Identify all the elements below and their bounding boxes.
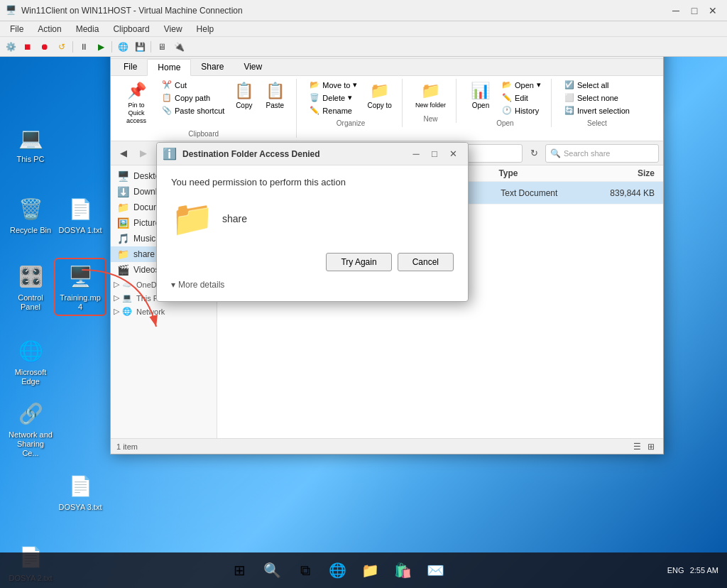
vm-window-controls: ─ □ ✕ xyxy=(667,4,721,18)
vm-menu-view[interactable]: View xyxy=(157,23,190,36)
vm-toolbar-monitor[interactable]: 🖥 xyxy=(154,39,170,55)
cancel-button[interactable]: Cancel xyxy=(398,253,454,271)
clock-time: 2:55 AM xyxy=(690,566,718,575)
ribbon-group-open: 📊 Open 📂 Open ▾ ✏️ Edit 🕐 Hist xyxy=(465,79,552,127)
invert-icon: 🔄 xyxy=(564,106,574,115)
organize-label: Organize xyxy=(337,119,366,127)
toolbar-separator-1 xyxy=(72,41,73,53)
open-buttons: 📊 Open 📂 Open ▾ ✏️ Edit 🕐 Hist xyxy=(465,79,545,116)
vm-maximize-button[interactable]: □ xyxy=(686,4,703,18)
search-taskbar-button[interactable]: 🔍 xyxy=(258,555,288,585)
vm-close-button[interactable]: ✕ xyxy=(704,4,721,18)
forward-button[interactable]: ▶ xyxy=(135,145,152,162)
vm-toolbar-usb[interactable]: 🔌 xyxy=(171,39,187,55)
new-label: New xyxy=(423,115,437,123)
select-none-button[interactable]: ⬜ Select none xyxy=(560,92,634,104)
copy-path-icon: 📋 xyxy=(162,93,172,102)
move-icon: 📂 xyxy=(310,80,319,89)
pin-to-quick-access-button[interactable]: 📌 Pin to Quick access xyxy=(116,79,156,127)
refresh-button[interactable]: ↻ xyxy=(525,145,542,162)
taskbar-edge[interactable]: 🌐 xyxy=(323,555,353,585)
rename-button[interactable]: ✏️ Rename xyxy=(305,104,361,116)
vm-toolbar-record[interactable]: ⏺ xyxy=(37,39,53,55)
delete-button[interactable]: 🗑️ Delete ▾ xyxy=(305,92,361,104)
desktop-icon-this-pc[interactable]: 💻This PC xyxy=(6,121,55,167)
taskbar-mail[interactable]: ✉️ xyxy=(421,555,451,585)
properties-button[interactable]: 📊 Open xyxy=(465,79,496,112)
search-box[interactable]: 🔍 Search share xyxy=(545,144,659,163)
nav-section-network[interactable]: ▷ 🌐 Network xyxy=(111,305,217,318)
history-button[interactable]: 🕐 History xyxy=(498,104,545,116)
vm-toolbar: ⚙️ ⏹ ⏺ ↺ ⏸ ▶ 🌐 💾 🖥 🔌 xyxy=(0,37,727,57)
vm-menu-action[interactable]: Action xyxy=(31,23,68,36)
taskbar-clock: 2:55 AM xyxy=(690,566,718,575)
onedrive-icon: ☁️ xyxy=(122,280,132,289)
ribbon-group-new: 📁 New folder New xyxy=(411,79,457,123)
back-button[interactable]: ◀ xyxy=(115,145,132,162)
details-view-button[interactable]: ⊞ xyxy=(645,440,657,453)
pin-label: Pin to Quick access xyxy=(121,102,152,124)
open-button[interactable]: 📂 Open ▾ xyxy=(498,79,545,91)
taskbar-store[interactable]: 🛍️ xyxy=(388,555,418,585)
paste-button[interactable]: 📋 Paste xyxy=(259,79,290,112)
vm-menu-clipboard[interactable]: Clipboard xyxy=(106,23,156,36)
pin-icon: 📌 xyxy=(127,82,146,100)
more-details-toggle[interactable]: ▾ More details xyxy=(171,280,454,290)
taskbar-center: ⊞ 🔍 ⧉ 🌐 📁 🛍️ ✉️ xyxy=(225,555,451,585)
copy-path-button[interactable]: 📋 Copy path xyxy=(158,92,229,104)
new-folder-button[interactable]: 📁 New folder xyxy=(411,79,450,112)
dialog-action-buttons: Try Again Cancel xyxy=(171,253,454,271)
scissors-icon: ✂️ xyxy=(162,80,172,89)
clipboard-buttons: 📌 Pin to Quick access ✂️ Cut 📋 Copy path… xyxy=(116,79,290,127)
vm-toolbar-stop[interactable]: ⏹ xyxy=(20,39,35,55)
vm-toolbar-revert[interactable]: ↺ xyxy=(54,39,70,55)
dialog-maximize-button[interactable]: □ xyxy=(425,145,444,163)
organize-col: 📂 Move to ▾ 🗑️ Delete ▾ ✏️ Rename xyxy=(305,79,361,116)
select-all-icon: ☑️ xyxy=(564,80,574,89)
select-all-button[interactable]: ☑️ Select all xyxy=(560,79,634,91)
vm-toolbar-pause[interactable]: ⏸ xyxy=(76,39,92,55)
copy-to-button[interactable]: 📁 Copy to xyxy=(363,79,395,112)
cut-button[interactable]: ✂️ Cut xyxy=(158,79,229,91)
desktop-icon-edge[interactable]: 🌐Microsoft Edge xyxy=(6,334,55,389)
dialog-minimize-button[interactable]: ─ xyxy=(407,145,425,163)
new-folder-icon: 📁 xyxy=(421,82,440,100)
desktop-icon-training-mp4[interactable]: 🖥️Training.mp4 xyxy=(55,259,105,315)
start-button[interactable]: ⊞ xyxy=(225,555,255,585)
vm-menu-file[interactable]: File xyxy=(3,23,31,36)
vm-menubar: File Action Media Clipboard View Help xyxy=(0,21,727,37)
taskbar-explorer[interactable]: 📁 xyxy=(356,555,386,585)
vm-menu-help[interactable]: Help xyxy=(190,23,222,36)
toolbar-separator-3 xyxy=(151,41,151,53)
desktop-icon-dosya1[interactable]: 📄DOSYA 1.txt xyxy=(55,192,105,238)
try-again-button[interactable]: Try Again xyxy=(326,253,391,271)
tab-view[interactable]: View xyxy=(234,59,272,75)
paste-shortcut-button[interactable]: 📎 Paste shortcut xyxy=(158,104,229,116)
task-view-button[interactable]: ⧉ xyxy=(290,555,320,585)
tab-home[interactable]: Home xyxy=(147,59,191,76)
edit-button[interactable]: ✏️ Edit xyxy=(498,92,545,104)
videos-nav-icon: 🎬 xyxy=(116,264,129,276)
vm-toolbar-network[interactable]: 🌐 xyxy=(115,39,131,55)
dialog-title: Destination Folder Access Denied xyxy=(182,149,407,159)
share-nav-icon: 📁 xyxy=(116,249,129,260)
dialog-close-button[interactable]: ✕ xyxy=(444,145,462,163)
vm-toolbar-play[interactable]: ▶ xyxy=(93,39,109,55)
invert-selection-button[interactable]: 🔄 Invert selection xyxy=(560,104,634,116)
desktop-icon-control-panel[interactable]: 🎛️Control Panel xyxy=(6,259,55,315)
delete-icon: 🗑️ xyxy=(310,93,319,102)
desktop-icon-dosya3[interactable]: 📄DOSYA 3.txt xyxy=(55,469,105,515)
copy-button[interactable]: 📋 Copy xyxy=(230,79,258,112)
list-view-button[interactable]: ☰ xyxy=(630,440,643,453)
vm-menu-media[interactable]: Media xyxy=(69,23,106,36)
desktop-icon-network-sharing[interactable]: 🔗Network and Sharing Ce... xyxy=(6,396,55,462)
vm-minimize-button[interactable]: ─ xyxy=(667,4,684,18)
tab-file[interactable]: File xyxy=(114,59,147,75)
tab-share[interactable]: Share xyxy=(191,59,234,75)
desktop-icon-recycle-bin[interactable]: 🗑️Recycle Bin xyxy=(6,192,55,238)
dialog-window-controls: ─ □ ✕ xyxy=(407,145,462,163)
vm-toolbar-settings[interactable]: ⚙️ xyxy=(3,39,18,55)
item-count: 1 item xyxy=(116,442,138,451)
vm-toolbar-floppy[interactable]: 💾 xyxy=(132,39,148,55)
move-to-button[interactable]: 📂 Move to ▾ xyxy=(305,79,361,91)
